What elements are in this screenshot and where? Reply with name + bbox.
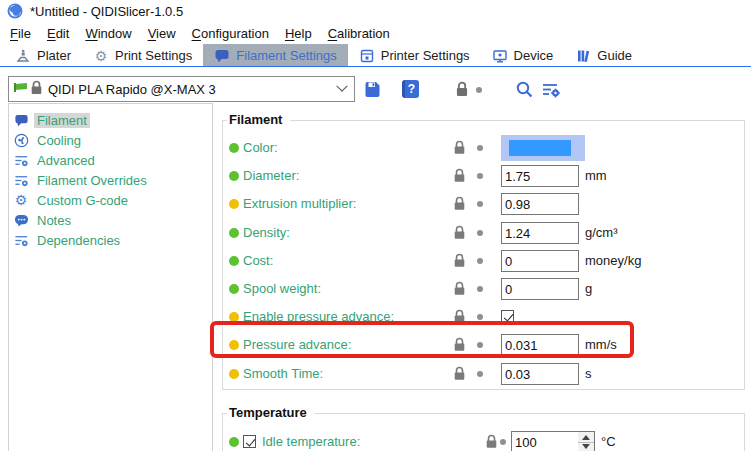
qidislicer-window: *Untitled - QIDISlicer-1.0.5 File Edit W… <box>0 0 751 451</box>
menu-item-configuration[interactable]: Configuration <box>190 26 279 41</box>
sidebar-item-filament-overrides[interactable]: Filament Overrides <box>9 170 212 190</box>
status-dot <box>229 312 239 322</box>
status-dot <box>229 437 239 447</box>
tab-printer-settings[interactable]: Printer Settings <box>348 44 481 67</box>
chevron-down-icon <box>336 81 347 92</box>
search-icon[interactable] <box>514 79 534 99</box>
setting-label: Extrusion multiplier: <box>243 196 356 211</box>
menu-item-view[interactable]: View <box>146 26 186 41</box>
section-temperature: Temperature Idle temperature: °C <box>222 413 745 451</box>
preset-name: QIDI PLA Rapido @X-MAX 3 <box>48 82 338 97</box>
unit-label: g <box>585 281 592 296</box>
modified-dot <box>477 371 483 377</box>
notes-icon <box>13 212 29 228</box>
preset-toolbar: QIDI PLA Rapido @X-MAX 3 ? <box>0 67 751 103</box>
lock-icon[interactable] <box>452 79 472 99</box>
enable-pressure-advance-checkbox[interactable] <box>501 310 514 323</box>
idle-temperature-checkbox[interactable] <box>243 435 256 448</box>
status-dot <box>229 256 239 266</box>
sidebar-item-notes[interactable]: Notes <box>9 210 212 230</box>
fan-icon <box>13 132 29 148</box>
sidebar-item-label: Filament <box>34 113 90 128</box>
tab-print-settings[interactable]: ⚙ Print Settings <box>82 44 203 67</box>
preset-dropdown[interactable]: QIDI PLA Rapido @X-MAX 3 <box>8 76 355 102</box>
unit-label: s <box>585 366 592 381</box>
setting-label: Color: <box>243 140 278 155</box>
status-dot <box>229 228 239 238</box>
idle-temperature-input[interactable] <box>511 431 579 451</box>
setting-label: Density: <box>243 225 290 240</box>
cost-input[interactable] <box>501 250 579 272</box>
spin-down-button[interactable] <box>578 441 594 451</box>
sliders-gear-icon <box>13 232 29 248</box>
lock-icon <box>452 139 467 156</box>
sidebar-item-custom-gcode[interactable]: ⚙ Custom G-code <box>9 190 212 210</box>
guide-icon <box>575 48 591 64</box>
window-title: *Untitled - QIDISlicer-1.0.5 <box>30 4 183 19</box>
extrusion-multiplier-input[interactable] <box>501 193 579 215</box>
compare-icon[interactable] <box>541 79 561 99</box>
tab-filament-settings[interactable]: Filament Settings <box>203 44 347 67</box>
sidebar-item-label: Custom G-code <box>34 193 131 208</box>
smooth-time-input[interactable] <box>501 363 579 385</box>
save-icon[interactable] <box>362 79 382 99</box>
setting-row-color: Color: <box>223 134 746 162</box>
spool-weight-input[interactable] <box>501 278 579 300</box>
lock-icon <box>452 308 467 325</box>
setting-label: Spool weight: <box>243 281 321 296</box>
density-input[interactable] <box>501 222 579 244</box>
help-icon[interactable]: ? <box>400 79 420 99</box>
section-title: Temperature <box>227 405 315 420</box>
filament-icon <box>214 48 230 64</box>
sidebar-item-filament[interactable]: Filament <box>9 110 212 130</box>
tab-label: Guide <box>597 48 632 63</box>
unit-label: g/cm³ <box>585 225 618 240</box>
sidebar-item-label: Notes <box>34 213 74 228</box>
color-swatch-button[interactable] <box>501 135 585 161</box>
setting-row-pressure-advance: Pressure advance: mm/s <box>223 331 746 359</box>
title-bar: *Untitled - QIDISlicer-1.0.5 <box>0 0 751 22</box>
sidebar-item-label: Advanced <box>34 153 98 168</box>
tab-plater[interactable]: Plater <box>4 44 82 67</box>
modified-dot <box>477 342 483 348</box>
plater-icon <box>15 48 31 64</box>
status-dot <box>229 340 239 350</box>
menu-item-window[interactable]: Window <box>83 26 141 41</box>
modified-dot <box>477 314 483 320</box>
sidebar-item-advanced[interactable]: Advanced <box>9 150 212 170</box>
settings-sidebar: Filament Cooling Advanced Filament Overr… <box>8 103 213 451</box>
sidebar-item-dependencies[interactable]: Dependencies <box>9 230 212 250</box>
menu-item-help[interactable]: Help <box>283 26 322 41</box>
sidebar-item-label: Cooling <box>34 133 84 148</box>
lock-icon <box>484 433 499 450</box>
lock-icon <box>452 224 467 241</box>
unit-label: money/kg <box>585 253 641 268</box>
setting-row-smooth-time: Smooth Time: s <box>223 360 746 388</box>
status-dot <box>229 369 239 379</box>
modified-dot <box>476 87 482 93</box>
spinner-control <box>578 431 595 451</box>
tab-label: Plater <box>37 48 71 63</box>
sidebar-item-cooling[interactable]: Cooling <box>9 130 212 150</box>
diameter-input[interactable] <box>501 165 579 187</box>
tab-guide[interactable]: Guide <box>564 44 643 67</box>
modified-dot <box>477 145 483 151</box>
menu-item-edit[interactable]: Edit <box>45 26 79 41</box>
pressure-advance-input[interactable] <box>501 334 579 356</box>
menu-item-calibration[interactable]: Calibration <box>326 26 400 41</box>
status-dot <box>229 143 239 153</box>
lock-icon <box>452 195 467 212</box>
modified-dot <box>500 439 506 445</box>
lock-icon <box>452 336 467 353</box>
modified-dot <box>477 173 483 179</box>
tab-device[interactable]: Device <box>481 44 565 67</box>
tab-label: Filament Settings <box>236 48 336 63</box>
modified-dot <box>477 258 483 264</box>
menu-item-file[interactable]: File <box>8 26 41 41</box>
setting-label: Pressure advance: <box>243 337 351 352</box>
lock-icon <box>29 79 44 99</box>
menu-bar: File Edit Window View Configuration Help… <box>0 22 751 44</box>
tab-bar: Plater ⚙ Print Settings Filament Setting… <box>0 44 751 67</box>
gear-icon: ⚙ <box>93 48 109 64</box>
setting-row-extrusion-multiplier: Extrusion multiplier: <box>223 190 746 218</box>
